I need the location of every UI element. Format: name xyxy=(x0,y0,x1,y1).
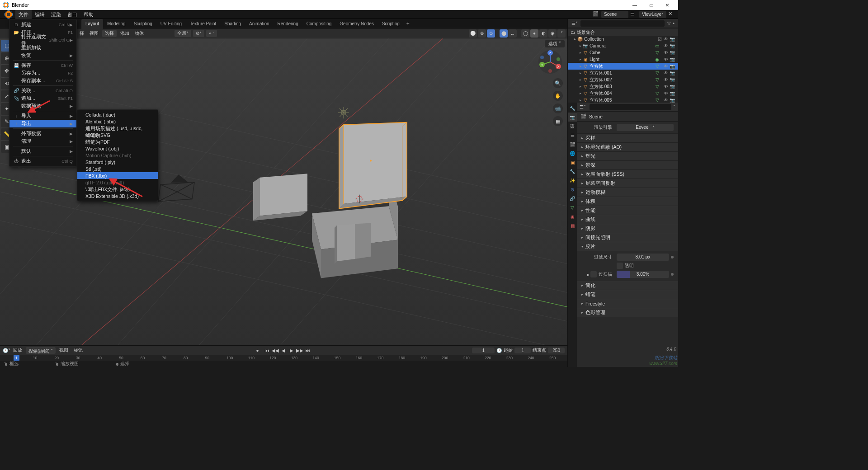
file-menu-item[interactable]: 默认▶ xyxy=(9,147,76,155)
file-menu-item[interactable]: 另存为...F2 xyxy=(9,69,76,77)
outliner-row[interactable]: ▸▽立方体.004▽👁📷 xyxy=(568,90,678,97)
tab-scripting[interactable]: Scripting xyxy=(378,19,404,28)
export-menu-item[interactable]: 通用场景描述 (.usd, .usdc, .usda) xyxy=(77,125,158,132)
zoom-icon[interactable]: 🔍 xyxy=(553,78,563,88)
menu-window[interactable]: 窗口 xyxy=(64,10,80,19)
filter-size-value[interactable]: 8.01 px xyxy=(617,254,669,261)
timeline-type-icon[interactable]: 🕐˅ xyxy=(3,348,10,353)
jump-start[interactable]: ⏮ xyxy=(264,348,271,353)
engine-dropdown[interactable]: Eevee ˅ xyxy=(617,124,674,131)
ptab-object[interactable]: ▣ xyxy=(568,158,577,167)
panel-film[interactable]: ▾胶片 xyxy=(577,242,678,251)
viewlayer-remove-icon[interactable]: ✕ xyxy=(668,11,675,18)
panel-header[interactable]: ▸景深 xyxy=(577,161,678,169)
export-menu-item[interactable]: Collada (.dae) xyxy=(77,111,158,118)
hdr-select[interactable]: 选择 xyxy=(102,30,117,37)
menu-edit[interactable]: 编辑 xyxy=(32,10,48,19)
tab-rendering[interactable]: Rendering xyxy=(274,19,302,28)
tab-layout[interactable]: Layout xyxy=(81,19,103,28)
file-menu-item[interactable]: 外部数据▶ xyxy=(9,130,76,137)
tab-compositing[interactable]: Compositing xyxy=(302,19,336,28)
menu-help[interactable]: 帮助 xyxy=(80,10,97,19)
outliner-type-icon[interactable]: ☰˅ xyxy=(571,21,578,26)
window-close[interactable]: ✕ xyxy=(659,0,675,10)
hdr-view[interactable]: 视图 xyxy=(87,30,101,37)
outliner-row[interactable]: ▸▽立方体.001▽👁📷 xyxy=(568,70,678,76)
file-menu-item[interactable]: 清理▶ xyxy=(9,137,76,145)
ptab-render[interactable]: 📷 xyxy=(568,113,577,122)
tab-shading[interactable]: Shading xyxy=(220,19,245,28)
ptab-world[interactable]: 🌐 xyxy=(568,149,577,158)
blender-logo[interactable] xyxy=(5,10,13,19)
jump-end[interactable]: ⏭ xyxy=(304,348,311,353)
export-menu-item[interactable]: Stanford (.ply) xyxy=(77,159,158,165)
outliner-row[interactable]: ▸📷Camera▭👁📷 xyxy=(568,42,678,49)
keyframe-prev[interactable]: ◀◀ xyxy=(272,348,279,353)
outliner-scene-collection[interactable]: 🗀 场景集合 xyxy=(568,29,678,36)
play-rev[interactable]: ◀ xyxy=(280,348,287,353)
persp-icon[interactable]: ▦ xyxy=(553,116,563,126)
props-type-icon[interactable]: ☰˅ xyxy=(580,104,586,109)
transparent-checkbox[interactable] xyxy=(617,263,623,269)
overlays-toggle[interactable]: ⊙ xyxy=(487,29,495,38)
outliner-search[interactable] xyxy=(580,20,665,27)
menu-file[interactable]: 文件 xyxy=(15,10,32,19)
overscan-value[interactable]: 3.00% xyxy=(617,271,669,278)
tl-playback[interactable]: 回放 xyxy=(10,347,25,353)
hdr-object[interactable]: 物体 xyxy=(132,30,146,37)
panel-header[interactable]: ▸运动模糊 xyxy=(577,188,678,197)
ptab-output[interactable]: 🖼 xyxy=(568,122,577,131)
hdr-add[interactable]: 添加 xyxy=(118,30,132,37)
shading-wireframe[interactable]: ⑉ xyxy=(509,29,517,38)
panel-header[interactable]: ▸间接光照明 xyxy=(577,233,678,242)
scene-field[interactable]: Scene xyxy=(601,11,628,18)
tab-sculpting[interactable]: Sculpting xyxy=(130,19,156,28)
file-menu-item[interactable]: 恢复▶ xyxy=(9,52,76,59)
ptab-mesh[interactable]: ▽ xyxy=(568,203,577,212)
shade-rendered[interactable]: ◉ xyxy=(548,29,557,38)
shade-wire[interactable]: ◯ xyxy=(521,29,529,38)
panel-header[interactable]: ▸色彩管理 xyxy=(577,308,678,317)
panel-header[interactable]: ▸简化 xyxy=(577,281,678,290)
frame-end[interactable]: 250 xyxy=(548,348,565,353)
panel-header[interactable]: ▸曲线 xyxy=(577,215,678,224)
shade-matprev[interactable]: ◐ xyxy=(539,29,547,38)
outliner-row[interactable]: ▸📦Collection☑👁📷 xyxy=(568,36,678,42)
pan-icon[interactable]: ✋ xyxy=(553,91,563,101)
panel-header[interactable]: ▸屏幕空间反射 xyxy=(577,179,678,188)
ptab-physics[interactable]: ⊙ xyxy=(568,185,577,194)
hdr-global[interactable]: 全局 ˅ xyxy=(175,30,191,37)
export-menu-item[interactable]: 蜡笔为SVG xyxy=(77,132,158,138)
panel-header[interactable]: ▸性能 xyxy=(577,206,678,215)
tab-uvediting[interactable]: UV Editing xyxy=(156,19,186,28)
panel-header[interactable]: ▸体积 xyxy=(577,197,678,206)
nav-gizmo[interactable]: X Y Z xyxy=(538,49,563,75)
file-menu-item[interactable]: 🗋新建Ctrl N▶ xyxy=(9,21,76,28)
camera-icon[interactable]: 📹 xyxy=(553,103,563,113)
filter-icon[interactable]: ⚪ xyxy=(469,29,477,38)
tl-view[interactable]: 视图 xyxy=(57,347,71,353)
outliner-row[interactable]: ▸▽立方体.005▽👁📷 xyxy=(568,97,678,103)
file-menu-item[interactable]: 📎追加...Shift F1 xyxy=(9,94,76,102)
frame-start[interactable]: 1 xyxy=(514,348,531,353)
file-menu-item[interactable]: 🔗关联...Ctrl Alt O xyxy=(9,87,76,94)
clock-icon[interactable]: 🕐 xyxy=(496,348,502,353)
export-menu-item[interactable]: Wavefront (.obj) xyxy=(77,145,158,152)
shading-xray[interactable]: ⬤ xyxy=(500,29,508,38)
ptab-texture[interactable]: ▦ xyxy=(568,221,577,230)
file-menu-item[interactable]: 重新加载 xyxy=(9,44,76,52)
hdr-snap1[interactable]: ⊙˅ xyxy=(193,30,204,37)
export-menu-item[interactable]: \ 写出FBX文件. jacy) xyxy=(77,186,158,193)
outliner-row[interactable]: ▸◉Light◉👁📷 xyxy=(568,56,678,63)
export-menu-item[interactable]: X3D Extensible 3D (.x3d) xyxy=(77,193,158,199)
export-menu-item[interactable]: 蜡笔为PDF xyxy=(77,138,158,145)
panel-header[interactable]: ▸Freestyle xyxy=(577,299,678,308)
tab-animation[interactable]: Animation xyxy=(245,19,273,28)
keyframe-next[interactable]: ▶▶ xyxy=(296,348,303,353)
outliner-row[interactable]: ▸▽Cube▽👁📷 xyxy=(568,49,678,56)
tl-marker[interactable]: 标记 xyxy=(71,347,85,353)
timeline-ruler[interactable]: 1 11020304050607080901001101201301401501… xyxy=(0,355,567,361)
outliner-row[interactable]: ▸▽立方体.002▽👁📷 xyxy=(568,76,678,83)
outliner-row[interactable]: ▸▽立方体▽👁📷 xyxy=(568,63,678,70)
outliner-dot-icon[interactable]: • xyxy=(673,21,675,26)
